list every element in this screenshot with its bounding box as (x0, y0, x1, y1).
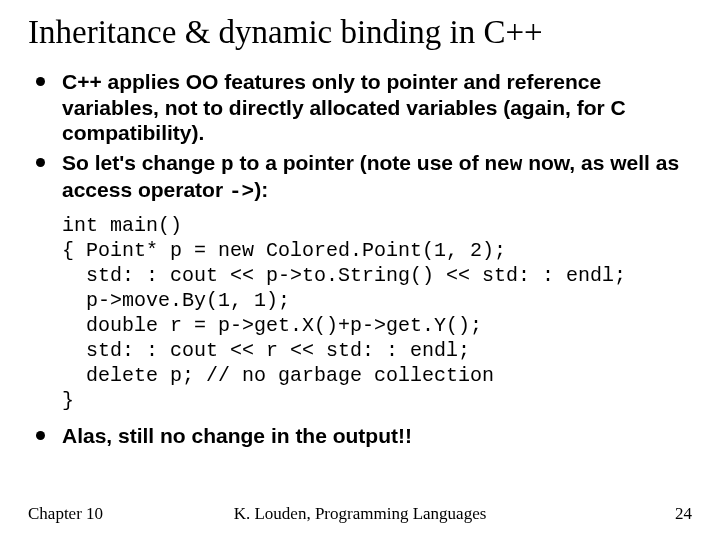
bullet-item: Alas, still no change in the output!! (32, 423, 692, 449)
bullet-list: C++ applies OO features only to pointer … (28, 69, 692, 205)
bullet-text: So let's change (62, 151, 221, 174)
inline-code: p (221, 153, 234, 176)
footer: Chapter 10 K. Louden, Programming Langua… (28, 504, 692, 524)
inline-code: new (485, 153, 523, 176)
bullet-text: C++ applies OO features only to pointer … (62, 70, 626, 144)
bullet-text: ): (254, 178, 268, 201)
inline-code: -> (229, 180, 254, 203)
bullet-text: to a pointer (note use of (234, 151, 485, 174)
footer-center: K. Louden, Programming Languages (28, 504, 692, 524)
slide: Inheritance & dynamic binding in C++ C++… (0, 0, 720, 540)
code-block: int main() { Point* p = new Colored.Poin… (62, 213, 692, 413)
bullet-item: So let's change p to a pointer (note use… (32, 150, 692, 205)
bullet-list: Alas, still no change in the output!! (28, 423, 692, 449)
bullet-text: Alas, still no change in the output!! (62, 424, 412, 447)
bullet-item: C++ applies OO features only to pointer … (32, 69, 692, 146)
page-title: Inheritance & dynamic binding in C++ (28, 14, 692, 51)
